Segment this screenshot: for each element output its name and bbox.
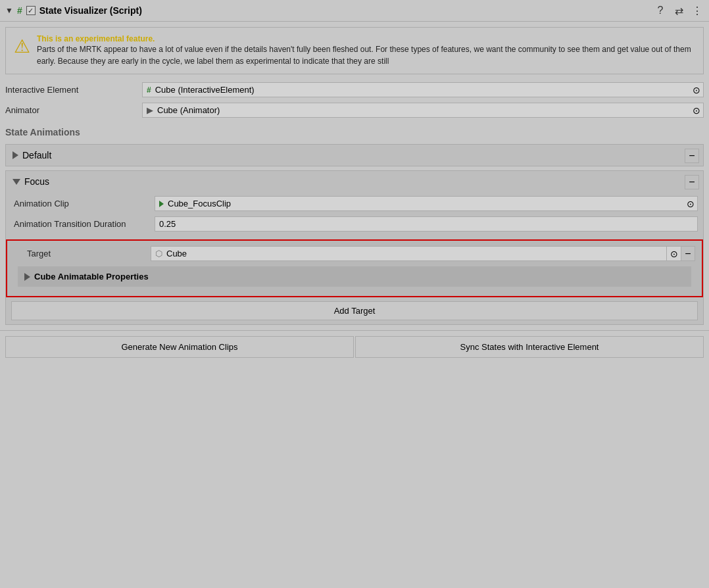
checkbox[interactable]: ✓ (26, 6, 36, 15)
animatable-label: Cube Animatable Properties (34, 272, 149, 282)
state-visualizer-panel: ▼ # ✓ State Visualizer (Script) ? ⇄ ⋮ ⚠ … (0, 0, 709, 363)
animator-icon: ▶ (147, 105, 153, 115)
animator-row: Animator ▶ Cube (Animator) ⊙ (0, 100, 709, 120)
focus-fields: Animation Clip Cube_FocusClip ⊙ Animatio… (6, 192, 703, 235)
interactive-element-label: Interactive Element (5, 85, 137, 95)
animation-clip-row: Animation Clip Cube_FocusClip ⊙ (11, 193, 698, 214)
animation-clip-field: Cube_FocusClip ⊙ (155, 196, 698, 211)
target-label: Target (14, 249, 145, 258)
target-value-display: ⬡ Cube (151, 246, 666, 261)
default-section-label: Default (22, 150, 51, 160)
animator-field: ▶ Cube (Animator) ⊙ (142, 103, 704, 118)
collapse-arrow-icon[interactable]: ▼ (5, 6, 13, 15)
hash-icon: # (17, 5, 22, 16)
more-icon[interactable]: ⋮ (691, 4, 704, 17)
animation-clip-value: Cube_FocusClip (168, 199, 231, 208)
warning-content: This is an experimental feature. Parts o… (37, 34, 695, 67)
animation-clip-value-display: Cube_FocusClip (155, 196, 683, 211)
warning-body: Parts of the MRTK appear to have a lot o… (37, 43, 695, 67)
header-icons: ? ⇄ ⋮ (654, 4, 704, 17)
animation-transition-input[interactable] (155, 216, 698, 232)
animator-value: Cube (Animator) (157, 105, 220, 115)
default-section-minus-btn[interactable]: − (685, 149, 699, 163)
focus-collapse-icon[interactable] (12, 179, 20, 185)
target-section: Target ⬡ Cube ⊙ − Cube Animatable Proper… (6, 239, 703, 297)
sync-states-btn[interactable]: Sync States with Interactive Element (355, 336, 704, 358)
interactive-element-value-display: # Cube (InteractiveElement) (142, 82, 689, 97)
target-row: Target ⬡ Cube ⊙ − (14, 246, 695, 261)
animatable-header: Cube Animatable Properties (24, 272, 685, 282)
interactive-element-row: Interactive Element # Cube (InteractiveE… (0, 80, 709, 100)
animation-transition-row: Animation Transition Duration (11, 214, 698, 234)
warning-title: This is an experimental feature. (37, 34, 695, 43)
target-value-container: ⬡ Cube ⊙ − (151, 246, 695, 261)
animatable-collapse-icon[interactable] (24, 273, 30, 281)
target-minus-btn[interactable]: − (681, 246, 695, 261)
clip-icon (159, 201, 164, 207)
focus-section-label: Focus (24, 176, 49, 187)
animation-clip-picker-btn[interactable]: ⊙ (683, 196, 698, 211)
interactive-element-picker-btn[interactable]: ⊙ (689, 82, 704, 97)
bottom-buttons: Generate New Animation Clips Sync States… (0, 330, 709, 363)
animator-picker-btn[interactable]: ⊙ (689, 103, 704, 118)
animator-value-display: ▶ Cube (Animator) (142, 103, 689, 118)
target-picker-btn[interactable]: ⊙ (666, 246, 681, 261)
add-target-btn[interactable]: Add Target (11, 301, 698, 320)
interactive-element-value: Cube (InteractiveElement) (155, 85, 255, 95)
animatable-section: Cube Animatable Properties (18, 266, 691, 287)
target-value: Cube (166, 249, 187, 258)
focus-section-card: − Focus Animation Clip Cube_FocusClip ⊙ (5, 170, 704, 325)
animation-clip-label: Animation Clip (11, 199, 149, 208)
animator-label: Animator (5, 105, 137, 115)
default-section-card: Default − (5, 144, 704, 166)
help-icon[interactable]: ? (654, 4, 667, 17)
interactive-element-field: # Cube (InteractiveElement) ⊙ (142, 82, 704, 97)
generate-clips-btn[interactable]: Generate New Animation Clips (5, 336, 354, 358)
panel-header: ▼ # ✓ State Visualizer (Script) ? ⇄ ⋮ (0, 0, 709, 22)
focus-section-minus-btn[interactable]: − (685, 175, 699, 189)
animation-transition-label: Animation Transition Duration (11, 219, 149, 229)
cube-3d-icon: ⬡ (155, 249, 162, 258)
focus-section-header: Focus (6, 171, 703, 192)
warning-icon: ⚠ (14, 36, 30, 57)
state-animations-label: State Animations (0, 120, 709, 140)
panel-title: State Visualizer (Script) (39, 5, 650, 16)
default-collapse-icon[interactable] (12, 151, 18, 159)
settings-icon[interactable]: ⇄ (672, 4, 685, 17)
hash-small-icon: # (147, 86, 151, 95)
default-section-header: Default (6, 145, 703, 166)
warning-box: ⚠ This is an experimental feature. Parts… (5, 27, 704, 74)
